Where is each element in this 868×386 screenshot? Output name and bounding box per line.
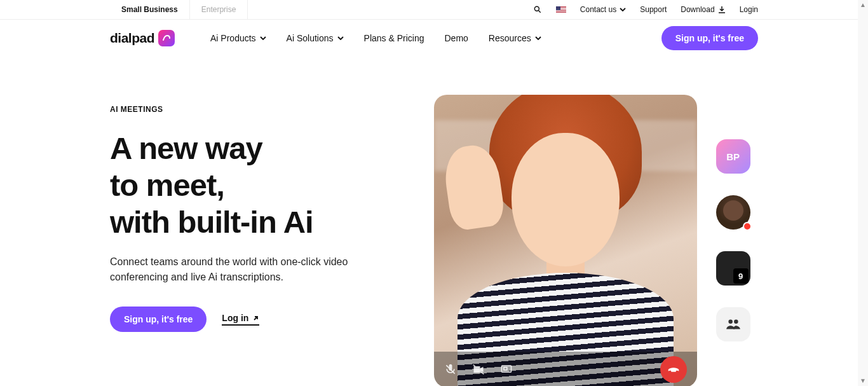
recording-indicator-icon [743,222,752,231]
logo-badge-icon [158,30,175,46]
nav-ai-solutions-label: Ai Solutions [287,33,334,43]
nav-ai-solutions[interactable]: Ai Solutions [287,33,344,43]
download-label: Download [681,5,714,14]
signup-button[interactable]: Sign up, it's free [661,26,758,50]
people-icon [725,316,742,333]
svg-line-1 [539,11,541,13]
logo-text: dialpad [110,31,154,46]
svg-point-6 [728,319,733,324]
segment-enterprise[interactable]: Enterprise [190,0,248,19]
video-controls [434,352,697,386]
hero-headline: A new way to meet, with built-in Ai [110,130,421,240]
camera-off-icon[interactable] [472,363,485,376]
download-icon [718,6,726,13]
external-link-icon [252,315,259,322]
nav-resources[interactable]: Resources [489,33,541,43]
contact-us-label: Contact us [580,5,616,14]
svg-point-0 [534,6,539,11]
scrollbar[interactable]: ▲ ▼ [858,0,868,386]
download-link[interactable]: Download [681,5,725,14]
segment-small-business[interactable]: Small Business [110,0,190,19]
hero-subhead: Connect teams around the world with one-… [110,254,351,285]
nav-demo[interactable]: Demo [444,33,468,43]
scroll-down-icon[interactable]: ▼ [859,377,867,385]
logo[interactable]: dialpad [110,30,175,46]
participants-list-thumb[interactable] [716,307,750,341]
hero-login-link[interactable]: Log in [222,313,259,326]
nav-plans-pricing[interactable]: Plans & Pricing [364,33,424,43]
contact-us-link[interactable]: Contact us [580,5,626,14]
svg-rect-5 [503,368,506,370]
locale-flag-icon[interactable] [556,6,566,13]
login-link[interactable]: Login [740,5,758,14]
nav-resources-label: Resources [489,33,531,43]
search-icon[interactable] [533,5,542,14]
chevron-down-icon [337,36,344,40]
participant-count-badge: 9 [733,268,749,284]
support-link[interactable]: Support [640,5,667,14]
video-preview [434,95,697,386]
scroll-up-icon[interactable]: ▲ [859,1,867,9]
hero-eyebrow: AI MEETINGS [110,105,421,114]
nav-ai-products[interactable]: Ai Products [210,33,266,43]
participant-avatar-thumb[interactable] [716,195,750,230]
chevron-down-icon [535,36,541,40]
nav-ai-products-label: Ai Products [210,33,256,43]
hero-signup-button[interactable]: Sign up, it's free [110,307,207,332]
screenshare-icon[interactable] [500,363,513,376]
participant-grid-thumb[interactable]: 9 [716,251,750,286]
end-call-button[interactable] [660,356,687,383]
participant-initials-thumb[interactable]: BP [716,139,750,174]
hero-login-label: Log in [222,313,248,323]
chevron-down-icon [260,36,266,40]
chevron-down-icon [620,8,626,11]
svg-point-7 [734,319,738,324]
mic-muted-icon[interactable] [444,363,457,376]
